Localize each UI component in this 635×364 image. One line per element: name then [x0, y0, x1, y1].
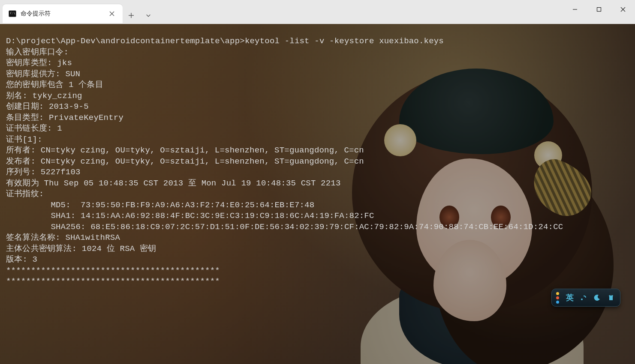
ime-moon-icon[interactable]: [593, 294, 601, 301]
terminal-line: 发布者: CN=tyky czing, OU=tyky, O=sztaiji, …: [6, 156, 629, 167]
tab-dropdown-button[interactable]: [140, 6, 157, 25]
terminal-line: 输入密钥库口令:: [6, 47, 629, 58]
svg-point-3: [581, 298, 583, 300]
new-tab-button[interactable]: [123, 6, 140, 25]
ime-shirt-icon[interactable]: [607, 294, 615, 301]
terminal-line: 序列号: 5227f103: [6, 167, 629, 178]
close-window-button[interactable]: [611, 0, 635, 19]
terminal-area[interactable]: D:\project\App-Dev\androidcontainertempl…: [0, 24, 635, 364]
svg-text:C:\: C:\: [10, 12, 15, 15]
minimize-button[interactable]: [563, 0, 587, 19]
terminal-line: ****************************************…: [6, 266, 629, 277]
terminal-line: 创建日期: 2013-9-5: [6, 101, 629, 113]
tab-active[interactable]: C:\ 命令提示符: [3, 4, 123, 23]
ime-language-indicator[interactable]: 英: [566, 292, 574, 303]
svg-rect-2: [597, 8, 601, 12]
terminal-line: 签名算法名称: SHA1withRSA: [6, 233, 629, 244]
terminal-line: 主体公共密钥算法: 1024 位 RSA 密钥: [6, 244, 629, 255]
window-root: C:\ 命令提示符: [0, 0, 635, 364]
ime-floating-bar[interactable]: 英: [551, 289, 620, 307]
tab-close-button[interactable]: [106, 8, 117, 19]
ime-punctuation-icon[interactable]: [580, 294, 587, 301]
terminal-line: 版本: 3: [6, 254, 629, 266]
terminal-line: SHA256: 68:E5:86:18:C9:07:2C:57:D1:51:0F…: [6, 222, 629, 233]
terminal-line: 证书[1]:: [6, 134, 629, 146]
cmd-icon: C:\: [9, 10, 16, 18]
terminal-line: 别名: tyky_czing: [6, 91, 629, 102]
terminal-line: 证书指纹:: [6, 189, 629, 200]
terminal-output[interactable]: D:\project\App-Dev\androidcontainertempl…: [0, 24, 635, 293]
titlebar[interactable]: C:\ 命令提示符: [0, 0, 635, 24]
window-controls: [563, 0, 635, 19]
terminal-line: SHA1: 14:15:AA:A6:92:88:4F:BC:3C:9E:C3:1…: [6, 211, 629, 222]
terminal-line: ****************************************…: [6, 276, 629, 287]
maximize-button[interactable]: [587, 0, 611, 19]
terminal-line: D:\project\App-Dev\androidcontainertempl…: [6, 36, 629, 47]
terminal-line: 条目类型: PrivateKeyEntry: [6, 113, 629, 124]
terminal-line: 证书链长度: 1: [6, 123, 629, 134]
tab-strip: C:\ 命令提示符: [0, 0, 157, 24]
terminal-line: 有效期为 Thu Sep 05 10:48:35 CST 2013 至 Mon …: [6, 178, 629, 189]
terminal-line: 所有者: CN=tyky czing, OU=tyky, O=sztaiji, …: [6, 145, 629, 156]
tab-title: 命令提示符: [21, 10, 102, 18]
terminal-line: MD5: 73:95:50:FB:F9:A9:A6:A3:F2:74:E0:25…: [6, 200, 629, 211]
terminal-line: 密钥库提供方: SUN: [6, 69, 629, 80]
terminal-line: 您的密钥库包含 1 个条目: [6, 80, 629, 91]
ime-drag-handle-icon[interactable]: [556, 292, 559, 304]
terminal-line: 密钥库类型: jks: [6, 58, 629, 69]
